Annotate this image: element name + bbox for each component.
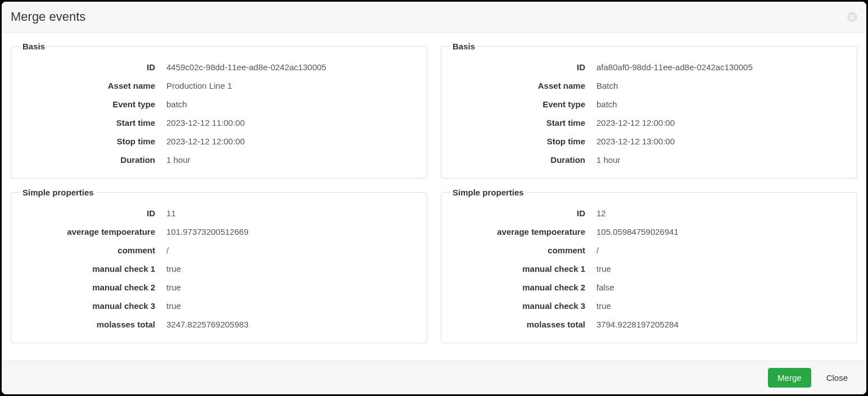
value-start-time: 2023-12-12 11:00:00 (166, 118, 418, 128)
property-row: manual check 3 true (450, 297, 848, 315)
property-row: molasses total 3794.9228197205284 (450, 315, 848, 334)
label-manual-check-2: manual check 2 (450, 283, 596, 292)
property-row: manual check 2 true (20, 278, 418, 297)
merge-events-modal: Merge events Basis ID 4459c02c-98dd-11ee… (2, 2, 866, 394)
label-stop-time: Stop time (20, 136, 166, 146)
label-id: ID (20, 208, 166, 218)
close-icon[interactable] (847, 12, 857, 22)
value-manual-check-3: true (166, 301, 418, 311)
label-comment: comment (450, 245, 596, 255)
property-row: comment / (20, 241, 418, 260)
label-start-time: Start time (20, 118, 166, 128)
label-duration: Duration (450, 155, 596, 165)
value-duration: 1 hour (166, 155, 418, 165)
label-manual-check-3: manual check 3 (20, 301, 166, 311)
value-duration: 1 hour (596, 155, 848, 165)
property-row: average tempoerature 105.05984759026941 (450, 222, 848, 241)
close-button[interactable]: Close (817, 368, 857, 388)
value-event-type: batch (596, 99, 848, 109)
label-stop-time: Stop time (450, 136, 596, 146)
label-avg-temp: average tempoerature (20, 227, 166, 236)
value-stop-time: 2023-12-12 13:00:00 (596, 136, 848, 146)
value-event-type: batch (166, 99, 418, 109)
modal-body: Basis ID 4459c02c-98dd-11ee-ad8e-0242ac1… (2, 33, 866, 361)
left-simple-fieldset: Simple properties ID 11 average tempoera… (11, 188, 427, 343)
label-asset-name: Asset name (450, 81, 596, 90)
label-manual-check-2: manual check 2 (20, 283, 166, 292)
label-event-type: Event type (450, 99, 596, 109)
label-comment: comment (20, 245, 166, 255)
modal-footer: Merge Close (2, 361, 866, 394)
label-molasses-total: molasses total (450, 320, 596, 329)
label-start-time: Start time (450, 118, 596, 128)
value-manual-check-2: false (596, 283, 848, 292)
value-asset-name: Batch (596, 81, 848, 90)
value-asset-name: Production Line 1 (166, 81, 418, 90)
property-row: manual check 3 true (20, 297, 418, 315)
label-id: ID (450, 62, 596, 72)
property-row: Duration 1 hour (20, 151, 418, 169)
property-row: Event type batch (450, 95, 848, 113)
basis-legend: Basis (20, 42, 47, 51)
basis-legend: Basis (450, 42, 477, 51)
label-id: ID (450, 208, 596, 218)
property-row: Stop time 2023-12-12 12:00:00 (20, 132, 418, 151)
value-avg-temp: 105.05984759026941 (596, 227, 848, 236)
value-molasses-total: 3794.9228197205284 (596, 320, 848, 329)
value-id: afa80af0-98dd-11ee-ad8e-0242ac130005 (596, 62, 848, 72)
value-stop-time: 2023-12-12 12:00:00 (166, 136, 418, 146)
modal-title: Merge events (11, 10, 85, 24)
label-avg-temp: average tempoerature (450, 227, 596, 236)
value-id: 4459c02c-98dd-11ee-ad8e-0242ac130005 (166, 62, 418, 72)
label-manual-check-1: manual check 1 (450, 264, 596, 274)
value-manual-check-2: true (166, 283, 418, 292)
value-manual-check-3: true (596, 301, 848, 311)
property-row: ID 12 (450, 204, 848, 222)
property-row: manual check 2 false (450, 278, 848, 297)
left-column: Basis ID 4459c02c-98dd-11ee-ad8e-0242ac1… (11, 42, 427, 352)
label-event-type: Event type (20, 99, 166, 109)
property-row: Start time 2023-12-12 12:00:00 (450, 113, 848, 132)
property-row: Start time 2023-12-12 11:00:00 (20, 113, 418, 132)
property-row: ID afa80af0-98dd-11ee-ad8e-0242ac130005 (450, 58, 848, 76)
property-row: comment / (450, 241, 848, 260)
right-column: Basis ID afa80af0-98dd-11ee-ad8e-0242ac1… (441, 42, 857, 352)
value-comment: / (166, 245, 418, 255)
merge-button[interactable]: Merge (768, 368, 811, 388)
left-basis-fieldset: Basis ID 4459c02c-98dd-11ee-ad8e-0242ac1… (11, 42, 427, 179)
simple-legend: Simple properties (20, 188, 96, 197)
label-duration: Duration (20, 155, 166, 165)
value-molasses-total: 3247.8225769205983 (166, 320, 418, 329)
value-id: 12 (596, 208, 848, 218)
property-row: Asset name Production Line 1 (20, 76, 418, 95)
label-id: ID (20, 62, 166, 72)
property-row: ID 11 (20, 204, 418, 222)
label-asset-name: Asset name (20, 81, 166, 90)
label-manual-check-1: manual check 1 (20, 264, 166, 274)
value-manual-check-1: true (166, 264, 418, 274)
property-row: manual check 1 true (450, 260, 848, 278)
label-molasses-total: molasses total (20, 320, 166, 329)
right-simple-fieldset: Simple properties ID 12 average tempoera… (441, 188, 857, 343)
label-manual-check-3: manual check 3 (450, 301, 596, 311)
property-row: average tempoerature 101.97373200512669 (20, 222, 418, 241)
value-avg-temp: 101.97373200512669 (166, 227, 418, 236)
property-row: Duration 1 hour (450, 151, 848, 169)
value-manual-check-1: true (596, 264, 848, 274)
modal-header: Merge events (2, 2, 866, 33)
right-basis-fieldset: Basis ID afa80af0-98dd-11ee-ad8e-0242ac1… (441, 42, 857, 179)
property-row: Stop time 2023-12-12 13:00:00 (450, 132, 848, 151)
property-row: Asset name Batch (450, 76, 848, 95)
value-comment: / (596, 245, 848, 255)
value-id: 11 (166, 208, 418, 218)
property-row: manual check 1 true (20, 260, 418, 278)
simple-legend: Simple properties (450, 188, 526, 197)
property-row: Event type batch (20, 95, 418, 113)
property-row: ID 4459c02c-98dd-11ee-ad8e-0242ac130005 (20, 58, 418, 76)
value-start-time: 2023-12-12 12:00:00 (596, 118, 848, 128)
property-row: molasses total 3247.8225769205983 (20, 315, 418, 334)
